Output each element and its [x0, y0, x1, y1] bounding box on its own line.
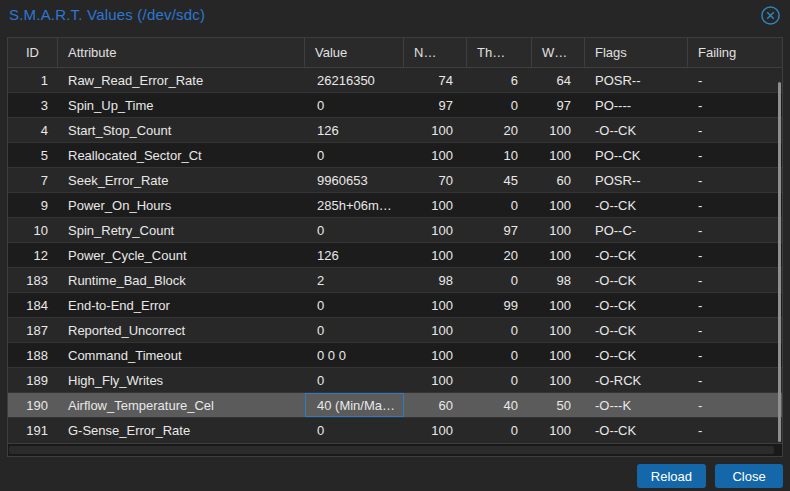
cell-failing: -: [688, 418, 782, 443]
table-row[interactable]: 10Spin_Retry_Count010097100PO--C--: [8, 218, 782, 243]
close-icon[interactable]: [760, 5, 781, 26]
cell-value: 2: [305, 268, 404, 292]
column-header-attribute[interactable]: Attribute: [58, 38, 305, 67]
cell-worst: 100: [532, 318, 585, 342]
cell-value: 0: [305, 218, 404, 242]
cell-normalized: 100: [404, 293, 467, 317]
column-header-threshold[interactable]: Th…: [467, 38, 532, 67]
cell-id: 188: [8, 343, 58, 367]
cell-threshold: 0: [467, 268, 532, 292]
vertical-scrollbar-thumb[interactable]: [778, 82, 781, 442]
cell-value: 0: [305, 143, 404, 167]
cell-flags: PO--C-: [585, 218, 688, 242]
horizontal-scrollbar-thumb[interactable]: [9, 446, 774, 454]
cell-failing: -: [688, 293, 782, 317]
table-row[interactable]: 9Power_On_Hours285h+06m…1000100-O--CK-: [8, 193, 782, 218]
cell-id: 190: [8, 393, 58, 417]
cell-failing: -: [688, 368, 782, 392]
cell-flags: -O--CK: [585, 193, 688, 217]
table-row[interactable]: 3Spin_Up_Time097097PO-----: [8, 93, 782, 118]
table-row[interactable]: 7Seek_Error_Rate9960653704560POSR---: [8, 168, 782, 193]
table-body: 1Raw_Read_Error_Rate2621635074664POSR---…: [8, 68, 782, 443]
cell-value: 285h+06m…: [305, 193, 404, 217]
cell-attribute: Reported_Uncorrect: [58, 318, 305, 342]
cell-normalized: 74: [404, 68, 467, 92]
cell-failing: -: [688, 243, 782, 267]
cell-flags: PO--CK: [585, 143, 688, 167]
table-row[interactable]: 188Command_Timeout0 0 01000100-O--CK-: [8, 343, 782, 368]
cell-id: 12: [8, 243, 58, 267]
table-row[interactable]: 189High_Fly_Writes01000100-O-RCK-: [8, 368, 782, 393]
cell-failing: -: [688, 118, 782, 142]
cell-normalized: 100: [404, 118, 467, 142]
cell-threshold: 0: [467, 343, 532, 367]
table-row[interactable]: 5Reallocated_Sector_Ct010010100PO--CK-: [8, 143, 782, 168]
column-header-worst[interactable]: W…: [532, 38, 585, 67]
cell-attribute: Start_Stop_Count: [58, 118, 305, 142]
cell-normalized: 100: [404, 418, 467, 443]
cell-attribute: High_Fly_Writes: [58, 368, 305, 392]
smart-values-table: IDAttributeValueN…Th…W…FlagsFailing 1Raw…: [7, 37, 783, 457]
cell-normalized: 98: [404, 268, 467, 292]
cell-flags: -O--CK: [585, 418, 688, 443]
column-header-normalized[interactable]: N…: [404, 38, 467, 67]
cell-id: 184: [8, 293, 58, 317]
table-row[interactable]: 184End-to-End_Error010099100-O--CK-: [8, 293, 782, 318]
cell-value: 0: [305, 368, 404, 392]
cell-failing: -: [688, 168, 782, 192]
cell-id: 187: [8, 318, 58, 342]
cell-attribute: Power_Cycle_Count: [58, 243, 305, 267]
cell-value: 0 0 0: [305, 343, 404, 367]
cell-normalized: 100: [404, 143, 467, 167]
table-row[interactable]: 1Raw_Read_Error_Rate2621635074664POSR---: [8, 68, 782, 93]
cell-attribute: End-to-End_Error: [58, 293, 305, 317]
column-header-flags[interactable]: Flags: [585, 38, 688, 67]
cell-flags: PO----: [585, 93, 688, 117]
close-button[interactable]: Close: [715, 464, 783, 488]
cell-attribute: Command_Timeout: [58, 343, 305, 367]
cell-value: 40 (Min/Ma…: [305, 393, 404, 417]
cell-threshold: 0: [467, 93, 532, 117]
cell-worst: 100: [532, 418, 585, 443]
table-row[interactable]: 191G-Sense_Error_Rate01000100-O--CK-: [8, 418, 782, 443]
cell-id: 5: [8, 143, 58, 167]
cell-threshold: 97: [467, 218, 532, 242]
cell-normalized: 70: [404, 168, 467, 192]
cell-flags: POSR--: [585, 68, 688, 92]
cell-flags: POSR--: [585, 168, 688, 192]
cell-threshold: 45: [467, 168, 532, 192]
cell-flags: -O-RCK: [585, 368, 688, 392]
reload-button[interactable]: Reload: [637, 464, 706, 488]
cell-id: 9: [8, 193, 58, 217]
cell-attribute: Power_On_Hours: [58, 193, 305, 217]
cell-failing: -: [688, 343, 782, 367]
cell-normalized: 100: [404, 343, 467, 367]
cell-worst: 100: [532, 368, 585, 392]
cell-flags: -O--CK: [585, 118, 688, 142]
cell-attribute: G-Sense_Error_Rate: [58, 418, 305, 443]
cell-failing: -: [688, 93, 782, 117]
cell-flags: -O---K: [585, 393, 688, 417]
dialog-footer: Reload Close: [637, 464, 783, 488]
cell-attribute: Raw_Read_Error_Rate: [58, 68, 305, 92]
cell-worst: 100: [532, 293, 585, 317]
cell-id: 3: [8, 93, 58, 117]
table-row[interactable]: 12Power_Cycle_Count12610020100-O--CK-: [8, 243, 782, 268]
column-header-id[interactable]: ID: [8, 38, 58, 67]
table-row[interactable]: 190Airflow_Temperature_Cel40 (Min/Ma…604…: [8, 393, 782, 418]
column-header-value[interactable]: Value: [305, 38, 404, 67]
table-row[interactable]: 187Reported_Uncorrect01000100-O--CK-: [8, 318, 782, 343]
cell-failing: -: [688, 393, 782, 417]
cell-normalized: 97: [404, 93, 467, 117]
cell-worst: 100: [532, 193, 585, 217]
cell-worst: 50: [532, 393, 585, 417]
cell-attribute: Reallocated_Sector_Ct: [58, 143, 305, 167]
table-row[interactable]: 4Start_Stop_Count12610020100-O--CK-: [8, 118, 782, 143]
cell-worst: 100: [532, 343, 585, 367]
cell-failing: -: [688, 268, 782, 292]
column-header-failing[interactable]: Failing: [688, 38, 782, 67]
horizontal-scrollbar[interactable]: [8, 443, 782, 456]
cell-normalized: 100: [404, 243, 467, 267]
cell-attribute: Spin_Retry_Count: [58, 218, 305, 242]
table-row[interactable]: 183Runtime_Bad_Block298098-O--CK-: [8, 268, 782, 293]
